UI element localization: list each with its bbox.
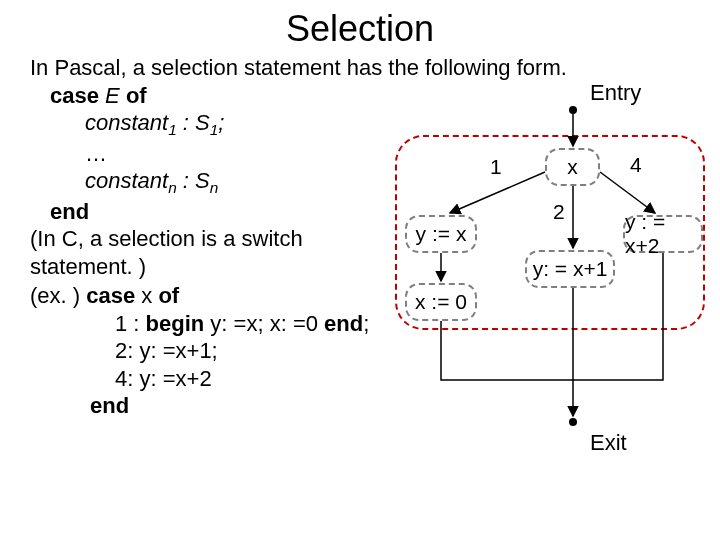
entry-dot (569, 106, 577, 114)
edge-label-4: 4 (630, 153, 642, 177)
node-x0: x := 0 (405, 283, 477, 321)
node-yx: y := x (405, 215, 477, 253)
intro-text: In Pascal, a selection statement has the… (30, 54, 690, 82)
flow-diagram: Entry x y := x x := 0 y: = x+1 y : = x+2… (395, 80, 710, 460)
node-yx1: y: = x+1 (525, 250, 615, 288)
node-yx2: y : = x+2 (623, 215, 703, 253)
entry-label: Entry (590, 80, 641, 106)
kw-case: case (50, 83, 99, 108)
kw-of: of (126, 83, 147, 108)
edge-label-2: 2 (553, 200, 565, 224)
expr-E: E (105, 83, 120, 108)
exit-dot (569, 418, 577, 426)
page-title: Selection (0, 8, 720, 50)
edge-label-1: 1 (490, 155, 502, 179)
exit-label: Exit (590, 430, 627, 456)
node-x: x (545, 148, 600, 186)
